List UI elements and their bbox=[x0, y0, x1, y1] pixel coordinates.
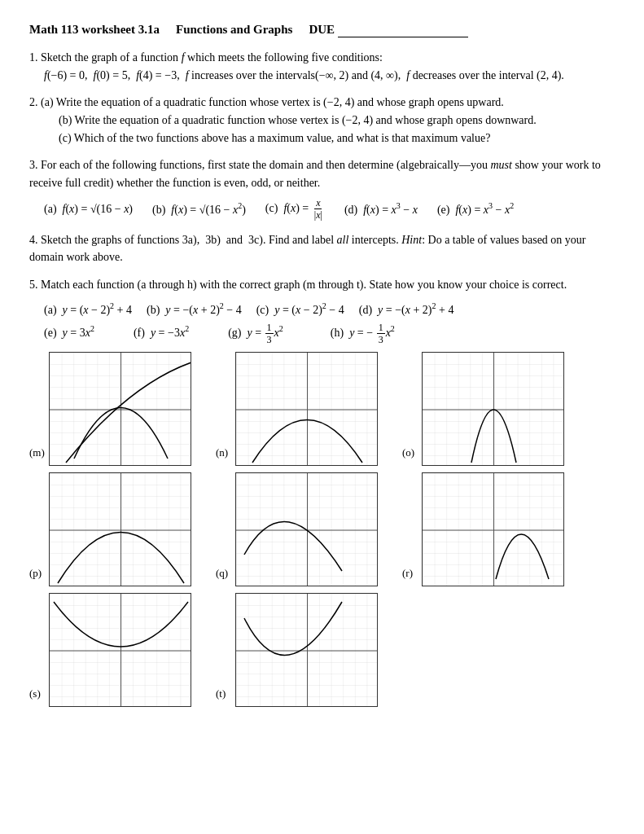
graph-t bbox=[235, 593, 378, 707]
problem-3-functions: (a) f(x) = √(16 − x) (b) f(x) = √(16 − x… bbox=[44, 197, 615, 222]
problem-1-conditions: f(−6) = 0, f(0) = 5, f(4) = −3, f increa… bbox=[29, 67, 615, 85]
func-5g: (g) y = 1 3 x2 bbox=[228, 322, 283, 346]
page-header: Math 113 worksheet 3.1a Functions and Gr… bbox=[29, 23, 615, 37]
func-3b: (b) f(x) = √(16 − x2) bbox=[152, 200, 246, 218]
graph-m-container: (m) bbox=[29, 352, 191, 466]
problem-1: 1. Sketch the graph of a function f whic… bbox=[29, 49, 615, 84]
func-3c: (c) f(x) = x |x| bbox=[265, 197, 325, 222]
graph-m bbox=[49, 352, 191, 466]
graph-r-label: (r) bbox=[402, 565, 418, 583]
graph-row-2: (p) (q) bbox=[29, 472, 615, 586]
graph-q bbox=[235, 472, 378, 586]
graph-n bbox=[235, 352, 378, 466]
problem-2: 2. (a) Write the equation of a quadratic… bbox=[29, 94, 615, 147]
match-functions-list2: (e) y = 3x2 (f) y = −3x2 (g) y = 1 3 x2 … bbox=[44, 322, 615, 346]
problem-2-text: 2. (a) Write the equation of a quadratic… bbox=[29, 94, 615, 112]
problem-4-text: 4. Sketch the graphs of functions 3a), 3… bbox=[29, 231, 615, 266]
problem-3-text: 3. For each of the following functions, … bbox=[29, 156, 615, 191]
course-title: Math 113 worksheet 3.1a bbox=[29, 23, 160, 37]
func-5c: (c) y = (x − 2)2 − 4 bbox=[256, 299, 344, 320]
func-5f: (f) y = −3x2 bbox=[134, 322, 189, 346]
func-5b: (b) y = −(x + 2)2 − 4 bbox=[147, 299, 242, 320]
graph-m-label: (m) bbox=[29, 445, 46, 463]
graph-s-label: (s) bbox=[29, 686, 46, 704]
graph-n-container: (n) bbox=[216, 352, 378, 466]
graph-t-container: (t) bbox=[216, 593, 378, 707]
graph-p bbox=[49, 472, 191, 586]
func-5a: (a) y = (x − 2)2 + 4 bbox=[44, 299, 132, 320]
graph-q-label: (q) bbox=[216, 565, 232, 583]
func-5d: (d) y = −(x + 2)2 + 4 bbox=[359, 299, 454, 320]
match-functions-list: (a) y = (x − 2)2 + 4 (b) y = −(x + 2)2 −… bbox=[44, 299, 615, 320]
func-3d: (d) f(x) = x3 − x bbox=[344, 200, 418, 218]
graph-r bbox=[422, 472, 564, 586]
graph-o-label: (o) bbox=[402, 445, 418, 463]
graph-row-1: (m) bbox=[29, 352, 615, 466]
worksheet-title: Functions and Graphs bbox=[176, 23, 292, 37]
func-5e: (e) y = 3x2 bbox=[44, 322, 94, 346]
problem-5-text: 5. Match each function (a through h) wit… bbox=[29, 276, 615, 294]
graph-p-label: (p) bbox=[29, 565, 46, 583]
graph-p-container: (p) bbox=[29, 472, 191, 586]
problem-2c: (c) Which of the two functions above has… bbox=[29, 129, 615, 147]
func-5h: (h) y = − 1 3 x2 bbox=[331, 322, 395, 346]
problem-4: 4. Sketch the graphs of functions 3a), 3… bbox=[29, 231, 615, 266]
problem-2b: (b) Write the equation of a quadratic fu… bbox=[29, 112, 615, 129]
problem-3: 3. For each of the following functions, … bbox=[29, 156, 615, 221]
graph-q-container: (q) bbox=[216, 472, 378, 586]
graph-row-3: (s) (t) bbox=[29, 593, 615, 707]
func-3a: (a) f(x) = √(16 − x) bbox=[44, 200, 133, 218]
func-3e: (e) f(x) = x3 − x2 bbox=[437, 200, 514, 218]
problem-1-number: 1. Sketch the graph of a function f whic… bbox=[29, 51, 383, 64]
graph-s bbox=[49, 593, 191, 707]
graph-n-label: (n) bbox=[216, 445, 232, 463]
graph-o-container: (o) bbox=[402, 352, 564, 466]
graph-s-container: (s) bbox=[29, 593, 191, 707]
graph-t-label: (t) bbox=[216, 686, 232, 704]
problem-5: 5. Match each function (a through h) wit… bbox=[29, 276, 615, 707]
graph-r-container: (r) bbox=[402, 472, 564, 586]
graph-o bbox=[422, 352, 564, 466]
due-label: DUE bbox=[309, 23, 467, 37]
